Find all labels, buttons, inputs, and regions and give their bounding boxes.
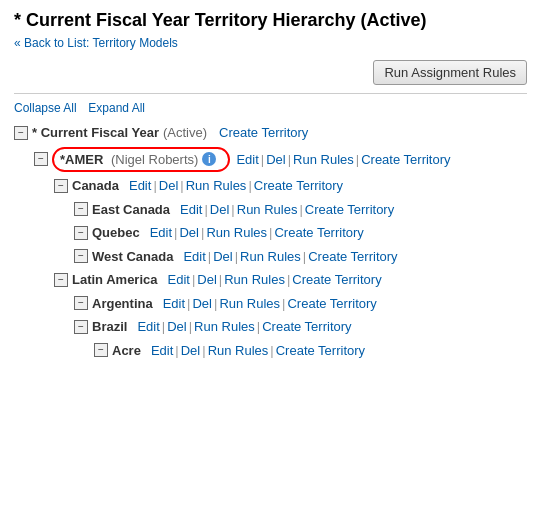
collapse-canada-button[interactable]: − bbox=[54, 179, 68, 193]
page-title: * Current Fiscal Year Territory Hierarch… bbox=[14, 10, 527, 31]
acre-create-territory-link[interactable]: Create Territory bbox=[276, 343, 365, 358]
argentina-run-rules-link[interactable]: Run Rules bbox=[219, 296, 280, 311]
quebec-edit-link[interactable]: Edit bbox=[150, 225, 172, 240]
quebec-actions: Edit|Del|Run Rules|Create Territory bbox=[150, 223, 364, 243]
divider bbox=[14, 93, 527, 94]
territory-tree: − * Current Fiscal Year (Active) Create … bbox=[14, 121, 527, 362]
east-canada-create-territory-link[interactable]: Create Territory bbox=[305, 202, 394, 217]
latin-america-edit-link[interactable]: Edit bbox=[168, 272, 190, 287]
argentina-actions: Edit|Del|Run Rules|Create Territory bbox=[163, 294, 377, 314]
latin-america-node-name: Latin America bbox=[72, 270, 158, 290]
tree-row-east-canada: − East Canada Edit|Del|Run Rules|Create … bbox=[14, 198, 527, 222]
east-canada-edit-link[interactable]: Edit bbox=[180, 202, 202, 217]
collapse-quebec-button[interactable]: − bbox=[74, 226, 88, 240]
collapse-expand-row: Collapse All Expand All bbox=[14, 100, 527, 115]
east-canada-node-name: East Canada bbox=[92, 200, 170, 220]
tree-row-argentina: − Argentina Edit|Del|Run Rules|Create Te… bbox=[14, 292, 527, 316]
root-create-territory-link[interactable]: Create Territory bbox=[219, 123, 308, 143]
tree-row-quebec: − Quebec Edit|Del|Run Rules|Create Terri… bbox=[14, 221, 527, 245]
quebec-del-link[interactable]: Del bbox=[179, 225, 199, 240]
header-row: Run Assignment Rules bbox=[14, 60, 527, 85]
back-link[interactable]: « Back to List: Territory Models bbox=[14, 36, 178, 50]
tree-row-brazil: − Brazil Edit|Del|Run Rules|Create Terri… bbox=[14, 315, 527, 339]
collapse-all-link[interactable]: Collapse All bbox=[14, 101, 77, 115]
canada-edit-link[interactable]: Edit bbox=[129, 178, 151, 193]
acre-node-name: Acre bbox=[112, 341, 141, 361]
latin-america-del-link[interactable]: Del bbox=[197, 272, 217, 287]
latin-america-create-territory-link[interactable]: Create Territory bbox=[292, 272, 381, 287]
tree-row-canada: − Canada Edit|Del|Run Rules|Create Terri… bbox=[14, 174, 527, 198]
amer-del-link[interactable]: Del bbox=[266, 152, 286, 167]
west-canada-node-name: West Canada bbox=[92, 247, 173, 267]
amer-edit-link[interactable]: Edit bbox=[236, 152, 258, 167]
latin-america-run-rules-link[interactable]: Run Rules bbox=[224, 272, 285, 287]
acre-edit-link[interactable]: Edit bbox=[151, 343, 173, 358]
east-canada-run-rules-link[interactable]: Run Rules bbox=[237, 202, 298, 217]
tree-row-root: − * Current Fiscal Year (Active) Create … bbox=[14, 121, 527, 145]
acre-run-rules-link[interactable]: Run Rules bbox=[208, 343, 269, 358]
argentina-node-name: Argentina bbox=[92, 294, 153, 314]
collapse-amer-button[interactable]: − bbox=[34, 152, 48, 166]
brazil-create-territory-link[interactable]: Create Territory bbox=[262, 319, 351, 334]
page-container: * Current Fiscal Year Territory Hierarch… bbox=[0, 0, 541, 372]
argentina-edit-link[interactable]: Edit bbox=[163, 296, 185, 311]
acre-del-link[interactable]: Del bbox=[181, 343, 201, 358]
canada-node-name: Canada bbox=[72, 176, 119, 196]
run-assignment-rules-button[interactable]: Run Assignment Rules bbox=[373, 60, 527, 85]
amer-actions: Edit|Del|Run Rules|Create Territory bbox=[236, 150, 450, 170]
quebec-node-name: Quebec bbox=[92, 223, 140, 243]
collapse-latin-america-button[interactable]: − bbox=[54, 273, 68, 287]
canada-del-link[interactable]: Del bbox=[159, 178, 179, 193]
brazil-edit-link[interactable]: Edit bbox=[137, 319, 159, 334]
argentina-create-territory-link[interactable]: Create Territory bbox=[287, 296, 376, 311]
brazil-actions: Edit|Del|Run Rules|Create Territory bbox=[137, 317, 351, 337]
collapse-acre-button[interactable]: − bbox=[94, 343, 108, 357]
collapse-root-button[interactable]: − bbox=[14, 126, 28, 140]
canada-create-territory-link[interactable]: Create Territory bbox=[254, 178, 343, 193]
tree-row-amer: − *AMER (Nigel Roberts) i Edit|Del|Run R… bbox=[14, 145, 527, 175]
brazil-del-link[interactable]: Del bbox=[167, 319, 187, 334]
tree-row-west-canada: − West Canada Edit|Del|Run Rules|Create … bbox=[14, 245, 527, 269]
amer-highlight: *AMER (Nigel Roberts) i bbox=[52, 147, 230, 173]
west-canada-actions: Edit|Del|Run Rules|Create Territory bbox=[183, 247, 397, 267]
west-canada-del-link[interactable]: Del bbox=[213, 249, 233, 264]
east-canada-actions: Edit|Del|Run Rules|Create Territory bbox=[180, 200, 394, 220]
tree-row-acre: − Acre Edit|Del|Run Rules|Create Territo… bbox=[14, 339, 527, 363]
quebec-run-rules-link[interactable]: Run Rules bbox=[206, 225, 267, 240]
collapse-brazil-button[interactable]: − bbox=[74, 320, 88, 334]
acre-actions: Edit|Del|Run Rules|Create Territory bbox=[151, 341, 365, 361]
west-canada-edit-link[interactable]: Edit bbox=[183, 249, 205, 264]
west-canada-run-rules-link[interactable]: Run Rules bbox=[240, 249, 301, 264]
quebec-create-territory-link[interactable]: Create Territory bbox=[274, 225, 363, 240]
tree-row-latin-america: − Latin America Edit|Del|Run Rules|Creat… bbox=[14, 268, 527, 292]
root-node-name: * Current Fiscal Year bbox=[32, 123, 159, 143]
amer-node-name: *AMER bbox=[60, 150, 103, 170]
collapse-east-canada-button[interactable]: − bbox=[74, 202, 88, 216]
canada-run-rules-link[interactable]: Run Rules bbox=[186, 178, 247, 193]
west-canada-create-territory-link[interactable]: Create Territory bbox=[308, 249, 397, 264]
brazil-node-name: Brazil bbox=[92, 317, 127, 337]
expand-all-link[interactable]: Expand All bbox=[88, 101, 145, 115]
root-node-meta: (Active) bbox=[163, 123, 207, 143]
amer-node-meta: (Nigel Roberts) bbox=[107, 150, 198, 170]
canada-actions: Edit|Del|Run Rules|Create Territory bbox=[129, 176, 343, 196]
amer-run-rules-link[interactable]: Run Rules bbox=[293, 152, 354, 167]
info-icon[interactable]: i bbox=[202, 152, 216, 166]
collapse-west-canada-button[interactable]: − bbox=[74, 249, 88, 263]
amer-create-territory-link[interactable]: Create Territory bbox=[361, 152, 450, 167]
collapse-argentina-button[interactable]: − bbox=[74, 296, 88, 310]
latin-america-actions: Edit|Del|Run Rules|Create Territory bbox=[168, 270, 382, 290]
brazil-run-rules-link[interactable]: Run Rules bbox=[194, 319, 255, 334]
east-canada-del-link[interactable]: Del bbox=[210, 202, 230, 217]
argentina-del-link[interactable]: Del bbox=[192, 296, 212, 311]
